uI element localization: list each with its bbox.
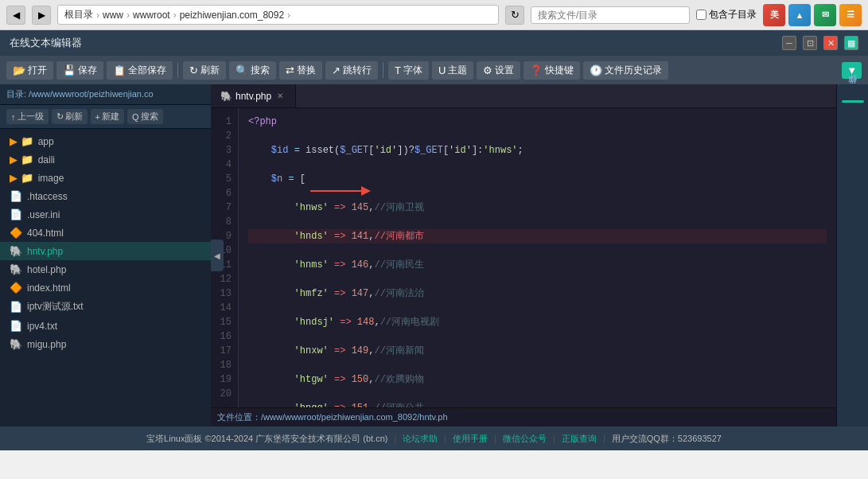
save-all-button[interactable]: 📋 全部保存 bbox=[107, 61, 173, 80]
sidebar-search-button[interactable]: Q 搜索 bbox=[127, 109, 163, 124]
sidebar-item-404[interactable]: 🔶 404.html bbox=[0, 224, 211, 242]
theme-button[interactable]: U 主题 bbox=[432, 61, 473, 80]
tab-hntv[interactable]: 🐘 hntv.php ✕ bbox=[211, 84, 296, 107]
top-icon-1[interactable]: 美 bbox=[763, 4, 785, 26]
sidebar-item-htaccess[interactable]: 📄 .htaccess bbox=[0, 187, 211, 205]
code-editor[interactable]: <?php $id = isset($_GET['id'])?$_GET['id… bbox=[239, 108, 836, 407]
top-icons: 美 ▲ ✉ ☰ bbox=[763, 4, 862, 26]
verify-link[interactable]: 正版查询 bbox=[562, 433, 597, 445]
browser-toolbar: ◀ ▶ 根目录 › www › wwwroot › peizhiwenjian.… bbox=[0, 0, 868, 30]
path-bar: 目录: /www/wwwroot/peizhiwenjian.co bbox=[0, 84, 211, 105]
sidebar-item-daili[interactable]: ▶ 📁 daili bbox=[0, 150, 211, 169]
include-subdirs-checkbox[interactable] bbox=[696, 10, 706, 20]
more-button[interactable]: ▼ bbox=[842, 62, 862, 79]
sidebar-item-image[interactable]: ▶ 📁 image bbox=[0, 169, 211, 187]
new-icon: + bbox=[95, 112, 100, 122]
sidebar-item-hntv[interactable]: 🐘 hntv.php bbox=[0, 242, 211, 260]
code-line-2: $id = isset($_GET['id'])?$_GET['id']:'hn… bbox=[248, 143, 827, 158]
new-file-button[interactable]: + 新建 bbox=[91, 109, 124, 124]
top-icon-2[interactable]: ▲ bbox=[788, 4, 811, 26]
forum-link[interactable]: 论坛求助 bbox=[403, 433, 438, 445]
file-icon: 📄 bbox=[10, 320, 22, 332]
shortcuts-button[interactable]: ❓ 快捷键 bbox=[524, 61, 580, 80]
main-layout: 目录: /www/wwwroot/peizhiwenjian.co ↑ 上一级 … bbox=[0, 84, 868, 426]
font-icon: T bbox=[395, 64, 401, 76]
sidebar-item-ipv4[interactable]: 📄 ipv4.txt bbox=[0, 317, 211, 335]
status-bar: 文件位置：/www/wwwroot/peizhiwenjian.com_8092… bbox=[211, 407, 836, 426]
sidebar-item-app[interactable]: ▶ 📁 app bbox=[0, 132, 211, 150]
include-subdirs-label: 包含子目录 bbox=[696, 8, 757, 21]
tab-php-icon: 🐘 bbox=[220, 91, 232, 102]
sidebar-search-icon: Q bbox=[132, 112, 139, 122]
footer: 宝塔Linux面板 ©2014-2024 广东堡塔安全技术有限公司 (bt.cn… bbox=[0, 426, 868, 450]
refresh-toolbar-button[interactable]: ↻ 刷新 bbox=[183, 61, 226, 80]
code-line-6: 'hnms' => 146,//河南民生 bbox=[248, 258, 827, 272]
code-line-3: $n = [ bbox=[248, 172, 827, 186]
sep1: › bbox=[96, 10, 99, 21]
forward-button[interactable]: ▶ bbox=[32, 6, 51, 25]
sidebar-item-user-ini[interactable]: 📄 .user.ini bbox=[0, 205, 211, 224]
sidebar: 目录: /www/wwwroot/peizhiwenjian.co ↑ 上一级 … bbox=[0, 84, 211, 426]
replace-button[interactable]: ⇄ 替换 bbox=[279, 61, 322, 80]
file-list: ▶ 📁 app ▶ 📁 daili ▶ 📁 image 📄 .htaccess … bbox=[0, 129, 211, 426]
history-button[interactable]: 🕐 文件历史记录 bbox=[583, 61, 668, 80]
history-icon: 🕐 bbox=[590, 64, 602, 76]
panel-toggle-button[interactable]: ▦ bbox=[844, 36, 858, 50]
open-icon: 📂 bbox=[13, 64, 25, 76]
sidebar-collapse-toggle[interactable]: ◀ bbox=[211, 240, 224, 271]
manual-link[interactable]: 使用手册 bbox=[453, 433, 488, 445]
app-header: 在线文本编辑器 ─ ⊡ ✕ ▦ bbox=[0, 30, 868, 56]
code-line-10: 'htgw' => 150,//欢腾购物 bbox=[248, 372, 827, 387]
window-controls: ─ ⊡ ✕ ▦ bbox=[782, 36, 858, 50]
scroll-indicator bbox=[842, 100, 864, 103]
code-line-5: 'hnds' => 141,//河南都市 bbox=[248, 229, 827, 243]
address-bar[interactable]: 根目录 › www › wwwroot › peizhiwenjian.com_… bbox=[57, 5, 499, 25]
sidebar-item-hotel[interactable]: 🐘 hotel.php bbox=[0, 260, 211, 278]
goto-icon: ↗ bbox=[332, 64, 341, 76]
top-icon-4[interactable]: ☰ bbox=[839, 4, 862, 26]
qq-group: 用户交流QQ群：523693527 bbox=[612, 433, 722, 445]
wechat-link[interactable]: 微信公众号 bbox=[503, 433, 547, 445]
minimize-button[interactable]: ─ bbox=[782, 36, 796, 50]
replace-icon: ⇄ bbox=[286, 64, 294, 76]
folder-icon: ▶ 📁 bbox=[10, 135, 33, 147]
toolbar: 📂 打开 💾 保存 📋 全部保存 ↻ 刷新 🔍 搜索 ⇄ 替换 ↗ 跳转行 T … bbox=[0, 56, 868, 84]
code-line-8: 'hndsj' => 148,//河南电视剧 bbox=[248, 315, 827, 329]
refresh-button[interactable]: ↻ bbox=[505, 6, 524, 25]
sidebar-refresh-button[interactable]: ↻ 刷新 bbox=[52, 109, 88, 124]
copyright: 宝塔Linux面板 ©2014-2024 广东堡塔安全技术有限公司 (bt.cn… bbox=[146, 433, 387, 445]
save-button[interactable]: 💾 保存 bbox=[56, 61, 103, 80]
sep-1 bbox=[177, 62, 178, 78]
settings-icon: ⚙ bbox=[483, 64, 492, 76]
search-input[interactable] bbox=[531, 6, 690, 24]
back-button[interactable]: ◀ bbox=[6, 6, 25, 25]
tab-close-button[interactable]: ✕ bbox=[274, 91, 286, 101]
close-button[interactable]: ✕ bbox=[823, 36, 838, 50]
php-icon: 🐘 bbox=[10, 263, 22, 275]
font-button[interactable]: T 字体 bbox=[388, 61, 429, 80]
sep-2 bbox=[383, 62, 383, 78]
goto-button[interactable]: ↗ 跳转行 bbox=[325, 61, 378, 80]
open-button[interactable]: 📂 打开 bbox=[6, 61, 53, 80]
sidebar-item-migu[interactable]: 🐘 migu.php bbox=[0, 335, 211, 353]
up-level-button[interactable]: ↑ 上一级 bbox=[6, 109, 49, 124]
sidebar-item-index[interactable]: 🔶 index.html bbox=[0, 278, 211, 297]
code-line-7: 'hmfz' => 147,//河南法治 bbox=[248, 286, 827, 301]
settings-button[interactable]: ⚙ 设置 bbox=[477, 61, 520, 80]
top-icon-3[interactable]: ✉ bbox=[814, 4, 836, 26]
php-icon: 🐘 bbox=[10, 338, 22, 350]
code-area[interactable]: 12345 678910 1112131415 1617181920 <?php… bbox=[211, 108, 836, 407]
breadcrumb-www: www bbox=[103, 10, 123, 21]
search-toolbar-button[interactable]: 🔍 搜索 bbox=[229, 61, 276, 80]
save-icon: 💾 bbox=[63, 64, 76, 76]
folder-icon: ▶ 📁 bbox=[10, 154, 33, 166]
app-title: 在线文本编辑器 bbox=[10, 36, 82, 50]
up-icon: ↑ bbox=[11, 112, 16, 122]
sidebar-item-iptv[interactable]: 📄 iptv测试源.txt bbox=[0, 297, 211, 317]
restore-button[interactable]: ⊡ bbox=[803, 36, 817, 50]
breadcrumb-root: 根目录 bbox=[64, 8, 93, 21]
sidebar-refresh-icon: ↻ bbox=[56, 111, 64, 122]
sep2: › bbox=[127, 10, 130, 21]
op-panel: 操作 bbox=[836, 84, 868, 426]
save-all-icon: 📋 bbox=[113, 64, 126, 76]
